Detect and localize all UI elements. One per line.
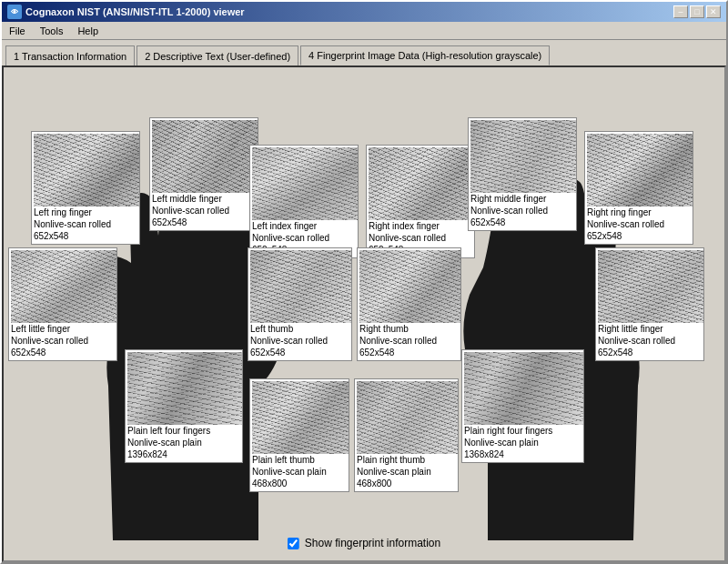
fp-card-plain-right-thumb[interactable]: Plain right thumbNonlive-scan plain468x8… bbox=[354, 378, 459, 492]
fp-card-plain-left-four[interactable]: Plain left four fingersNonlive-scan plai… bbox=[125, 349, 243, 463]
fp-card-right-middle[interactable]: Right middle fingerNonlive-scan rolled65… bbox=[468, 117, 577, 231]
tab-transaction-info[interactable]: 1 Transaction Information bbox=[5, 45, 135, 65]
menu-help[interactable]: Help bbox=[74, 24, 102, 38]
window-title: Cognaxon NIST (ANSI/NIST-ITL 1-2000) vie… bbox=[25, 6, 245, 17]
main-content: Left ring fingerNonlive-scan rolled652x5… bbox=[2, 65, 726, 562]
menu-bar: File Tools Help bbox=[2, 22, 726, 40]
fp-card-plain-right-four[interactable]: Plain right four fingersNonlive-scan pla… bbox=[461, 349, 584, 463]
app-icon: 👁 bbox=[7, 5, 22, 19]
show-fingerprint-label[interactable]: Show fingerprint information bbox=[305, 537, 440, 549]
tab-fingerprint-image[interactable]: 4 Fingerprint Image Data (High-resolutio… bbox=[300, 45, 550, 65]
main-window: 👁 Cognaxon NIST (ANSI/NIST-ITL 1-2000) v… bbox=[0, 0, 728, 564]
fp-card-left-index[interactable]: Left index fingerNonlive-scan rolled652x… bbox=[249, 145, 359, 258]
fp-card-right-ring[interactable]: Right ring fingerNonlive-scan rolled652x… bbox=[584, 131, 693, 245]
fp-card-left-middle[interactable]: Left middle fingerNonlive-scan rolled652… bbox=[149, 117, 258, 231]
close-button[interactable]: ✕ bbox=[706, 5, 721, 18]
tab-bar: 1 Transaction Information 2 Descriptive … bbox=[2, 40, 726, 65]
fp-card-left-ring[interactable]: Left ring fingerNonlive-scan rolled652x5… bbox=[31, 131, 140, 245]
menu-file[interactable]: File bbox=[5, 24, 29, 38]
title-buttons: – □ ✕ bbox=[673, 5, 721, 18]
title-bar-left: 👁 Cognaxon NIST (ANSI/NIST-ITL 1-2000) v… bbox=[7, 5, 245, 19]
fp-card-right-index[interactable]: Right index fingerNonlive-scan rolled652… bbox=[366, 145, 475, 258]
fp-card-left-thumb[interactable]: Left thumbNonlive-scan rolled652x548 bbox=[248, 247, 352, 361]
minimize-button[interactable]: – bbox=[673, 5, 688, 18]
menu-tools[interactable]: Tools bbox=[36, 24, 67, 38]
show-fingerprint-checkbox[interactable] bbox=[288, 538, 299, 549]
title-bar: 👁 Cognaxon NIST (ANSI/NIST-ITL 1-2000) v… bbox=[2, 2, 726, 22]
fp-card-left-little[interactable]: Left little fingerNonlive-scan rolled652… bbox=[8, 247, 117, 361]
tab-descriptive-text[interactable]: 2 Descriptive Text (User-defined) bbox=[136, 45, 298, 65]
fp-card-right-little[interactable]: Right little fingerNonlive-scan rolled65… bbox=[595, 247, 704, 361]
fp-card-plain-left-thumb[interactable]: Plain left thumbNonlive-scan plain468x80… bbox=[249, 378, 349, 492]
show-fingerprint-checkbox-area: Show fingerprint information bbox=[288, 537, 440, 549]
maximize-button[interactable]: □ bbox=[690, 5, 704, 18]
fp-card-right-thumb[interactable]: Right thumbNonlive-scan rolled652x548 bbox=[357, 247, 461, 361]
